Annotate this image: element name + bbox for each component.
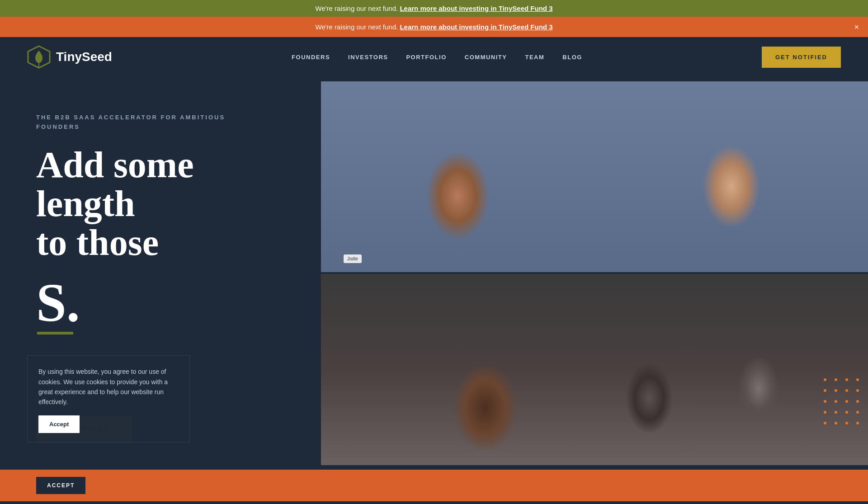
- hero-title-line1: Add some length: [36, 144, 194, 224]
- dot-18: [835, 422, 837, 424]
- hero-title-line2: to those: [36, 222, 159, 263]
- animated-letter-container: S.: [36, 276, 80, 334]
- accept-bottom-banner: ACCEPT: [0, 470, 868, 501]
- logo[interactable]: TinySeed: [27, 45, 112, 69]
- orange-banner-text: We're raising our next fund.: [316, 23, 400, 31]
- main-nav: FOUNDERS INVESTORS PORTFOLIO COMMUNITY T…: [292, 54, 582, 61]
- dot-15: [845, 411, 848, 414]
- dot-3: [845, 378, 848, 381]
- animated-letter: S.: [36, 273, 80, 333]
- hero-subtitle: THE B2B SAAS ACCELERATOR FOR AMBITIOUSFO…: [36, 113, 289, 132]
- nav-team[interactable]: TEAM: [525, 54, 544, 61]
- dot-6: [835, 389, 837, 392]
- photo-bottom-content: [321, 274, 868, 465]
- nav-blog[interactable]: BLOG: [562, 54, 582, 61]
- dot-5: [824, 389, 826, 392]
- dot-7: [845, 389, 848, 392]
- dot-11: [845, 400, 848, 403]
- hero-right: Jodie: [316, 77, 868, 470]
- dot-17: [824, 422, 826, 424]
- hero-image-top: Jodie: [321, 81, 868, 272]
- nav-investors[interactable]: INVESTORS: [348, 54, 388, 61]
- hero-left: THE B2B SAAS ACCELERATOR FOR AMBITIOUSFO…: [0, 77, 316, 470]
- top-banner-text: We're raising our next fund.: [316, 5, 400, 12]
- name-badge-1: Jodie: [344, 254, 362, 263]
- dot-9: [824, 400, 826, 403]
- nav-community[interactable]: COMMUNITY: [465, 54, 507, 61]
- dot-12: [856, 400, 859, 403]
- top-green-banner: We're raising our next fund. Learn more …: [0, 0, 868, 17]
- hero-section: THE B2B SAAS ACCELERATOR FOR AMBITIOUSFO…: [0, 77, 868, 470]
- dot-19: [845, 422, 848, 424]
- dot-2: [835, 378, 837, 381]
- accept-bottom-button[interactable]: ACCEPT: [36, 477, 85, 494]
- cookie-banner: By using this website, you agree to our …: [27, 355, 190, 443]
- site-header: TinySeed FOUNDERS INVESTORS PORTFOLIO CO…: [0, 37, 868, 77]
- nav-portfolio[interactable]: PORTFOLIO: [406, 54, 446, 61]
- hero-title: Add some length to those: [36, 146, 289, 262]
- dot-8: [856, 389, 859, 392]
- hero-animated-text: S.: [36, 276, 289, 334]
- dot-1: [824, 378, 826, 381]
- top-banner-link[interactable]: Learn more about investing in TinySeed F…: [400, 5, 552, 12]
- orange-banner-link[interactable]: Learn more about investing in TinySeed F…: [400, 23, 552, 31]
- dot-20: [856, 422, 859, 424]
- orange-notification-banner: We're raising our next fund. Learn more …: [0, 17, 868, 37]
- dot-16: [856, 411, 859, 414]
- dot-13: [824, 411, 826, 414]
- dots-decoration: [819, 374, 868, 433]
- photo-top-content: [321, 81, 868, 272]
- hero-image-bottom: [321, 274, 868, 465]
- cookie-accept-button[interactable]: Accept: [38, 415, 80, 433]
- get-notified-button[interactable]: GET NOTIFIED: [762, 47, 841, 68]
- close-banner-button[interactable]: ×: [854, 22, 859, 32]
- dot-4: [856, 378, 859, 381]
- cookie-text: By using this website, you agree to our …: [38, 367, 179, 407]
- dot-14: [835, 411, 837, 414]
- logo-text: TinySeed: [56, 50, 112, 64]
- logo-icon: [27, 45, 51, 69]
- nav-founders[interactable]: FOUNDERS: [292, 54, 330, 61]
- dot-10: [835, 400, 837, 403]
